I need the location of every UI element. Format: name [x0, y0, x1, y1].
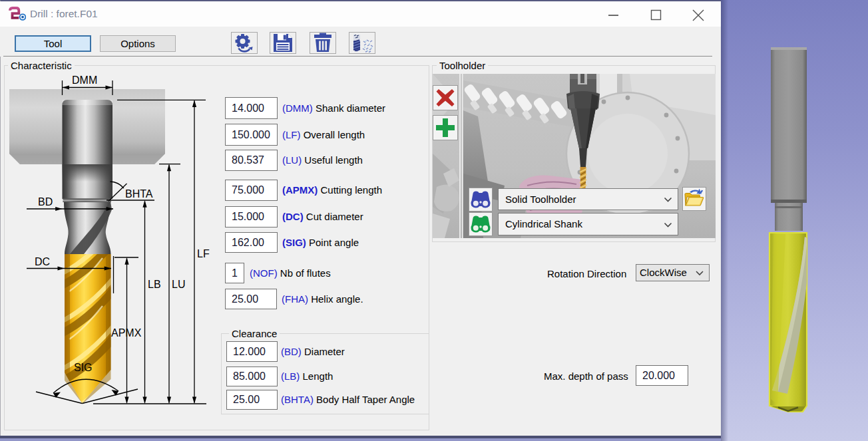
svg-text:LU: LU: [172, 279, 185, 290]
svg-text:BHTA: BHTA: [125, 188, 153, 200]
svg-text:DMM: DMM: [72, 74, 97, 86]
svg-text:LF: LF: [197, 248, 210, 259]
svg-text:BD: BD: [38, 196, 53, 208]
svg-text:SIG: SIG: [74, 362, 93, 373]
svg-text:APMX: APMX: [111, 327, 142, 339]
svg-text:DC: DC: [35, 256, 50, 267]
svg-text:LB: LB: [148, 279, 161, 290]
